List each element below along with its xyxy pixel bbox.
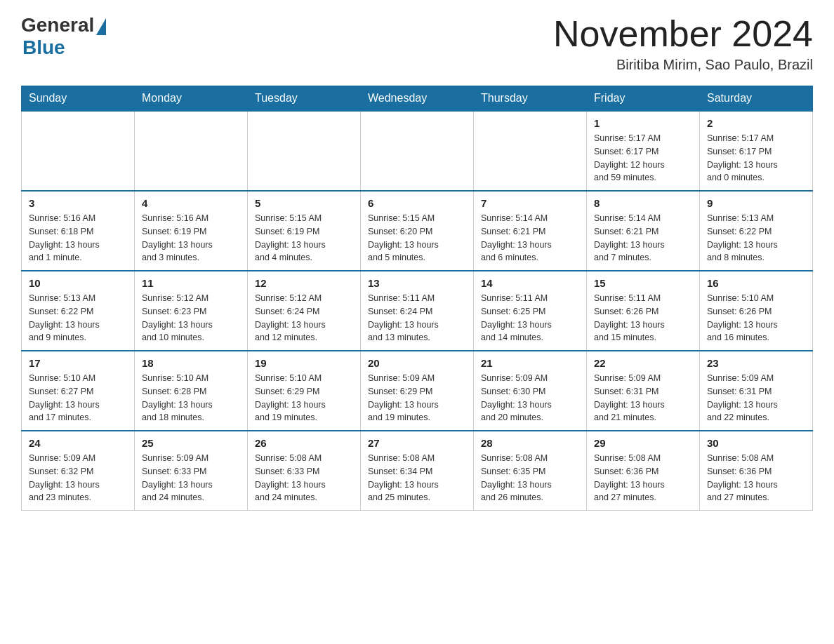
- weekday-header-wednesday: Wednesday: [361, 86, 474, 112]
- day-number: 19: [255, 357, 353, 369]
- day-info: Sunrise: 5:12 AM Sunset: 6:24 PM Dayligh…: [255, 292, 353, 344]
- day-info: Sunrise: 5:16 AM Sunset: 6:18 PM Dayligh…: [29, 212, 127, 264]
- calendar-cell: 2Sunrise: 5:17 AM Sunset: 6:17 PM Daylig…: [700, 111, 813, 191]
- weekday-header-row: SundayMondayTuesdayWednesdayThursdayFrid…: [22, 86, 813, 112]
- day-info: Sunrise: 5:15 AM Sunset: 6:19 PM Dayligh…: [255, 212, 353, 264]
- day-info: Sunrise: 5:08 AM Sunset: 6:35 PM Dayligh…: [481, 452, 579, 504]
- calendar-cell: 15Sunrise: 5:11 AM Sunset: 6:26 PM Dayli…: [587, 271, 700, 351]
- day-info: Sunrise: 5:11 AM Sunset: 6:25 PM Dayligh…: [481, 292, 579, 344]
- calendar-cell: 28Sunrise: 5:08 AM Sunset: 6:35 PM Dayli…: [474, 431, 587, 511]
- day-number: 5: [255, 197, 353, 209]
- calendar-cell: 17Sunrise: 5:10 AM Sunset: 6:27 PM Dayli…: [22, 351, 135, 431]
- calendar-cell: [22, 111, 135, 191]
- day-number: 18: [142, 357, 240, 369]
- day-info: Sunrise: 5:09 AM Sunset: 6:32 PM Dayligh…: [29, 452, 127, 504]
- calendar-cell: 11Sunrise: 5:12 AM Sunset: 6:23 PM Dayli…: [135, 271, 248, 351]
- calendar-cell: 6Sunrise: 5:15 AM Sunset: 6:20 PM Daylig…: [361, 191, 474, 271]
- calendar-cell: 24Sunrise: 5:09 AM Sunset: 6:32 PM Dayli…: [22, 431, 135, 511]
- calendar-cell: 16Sunrise: 5:10 AM Sunset: 6:26 PM Dayli…: [700, 271, 813, 351]
- calendar-cell: 29Sunrise: 5:08 AM Sunset: 6:36 PM Dayli…: [587, 431, 700, 511]
- page-header: General Blue November 2024 Biritiba Miri…: [21, 14, 813, 73]
- weekday-header-monday: Monday: [135, 86, 248, 112]
- day-info: Sunrise: 5:09 AM Sunset: 6:33 PM Dayligh…: [142, 452, 240, 504]
- day-info: Sunrise: 5:09 AM Sunset: 6:29 PM Dayligh…: [368, 372, 466, 424]
- logo: General Blue: [21, 14, 106, 59]
- calendar-week-row: 3Sunrise: 5:16 AM Sunset: 6:18 PM Daylig…: [22, 191, 813, 271]
- weekday-header-thursday: Thursday: [474, 86, 587, 112]
- day-number: 30: [707, 437, 805, 449]
- calendar-cell: 26Sunrise: 5:08 AM Sunset: 6:33 PM Dayli…: [248, 431, 361, 511]
- day-info: Sunrise: 5:08 AM Sunset: 6:36 PM Dayligh…: [707, 452, 805, 504]
- day-info: Sunrise: 5:11 AM Sunset: 6:26 PM Dayligh…: [594, 292, 692, 344]
- day-info: Sunrise: 5:08 AM Sunset: 6:34 PM Dayligh…: [368, 452, 466, 504]
- day-info: Sunrise: 5:11 AM Sunset: 6:24 PM Dayligh…: [368, 292, 466, 344]
- day-info: Sunrise: 5:16 AM Sunset: 6:19 PM Dayligh…: [142, 212, 240, 264]
- day-info: Sunrise: 5:08 AM Sunset: 6:33 PM Dayligh…: [255, 452, 353, 504]
- calendar-cell: 30Sunrise: 5:08 AM Sunset: 6:36 PM Dayli…: [700, 431, 813, 511]
- day-number: 26: [255, 437, 353, 449]
- calendar-week-row: 24Sunrise: 5:09 AM Sunset: 6:32 PM Dayli…: [22, 431, 813, 511]
- weekday-header-saturday: Saturday: [700, 86, 813, 112]
- calendar-table: SundayMondayTuesdayWednesdayThursdayFrid…: [21, 86, 813, 511]
- month-title: November 2024: [553, 14, 813, 54]
- calendar-cell: 8Sunrise: 5:14 AM Sunset: 6:21 PM Daylig…: [587, 191, 700, 271]
- day-info: Sunrise: 5:08 AM Sunset: 6:36 PM Dayligh…: [594, 452, 692, 504]
- calendar-week-row: 17Sunrise: 5:10 AM Sunset: 6:27 PM Dayli…: [22, 351, 813, 431]
- day-info: Sunrise: 5:13 AM Sunset: 6:22 PM Dayligh…: [29, 292, 127, 344]
- day-number: 23: [707, 357, 805, 369]
- day-number: 2: [707, 117, 805, 129]
- day-info: Sunrise: 5:17 AM Sunset: 6:17 PM Dayligh…: [594, 132, 692, 185]
- day-number: 13: [368, 277, 466, 289]
- calendar-cell: 25Sunrise: 5:09 AM Sunset: 6:33 PM Dayli…: [135, 431, 248, 511]
- day-number: 15: [594, 277, 692, 289]
- day-info: Sunrise: 5:09 AM Sunset: 6:31 PM Dayligh…: [707, 372, 805, 424]
- day-info: Sunrise: 5:09 AM Sunset: 6:31 PM Dayligh…: [594, 372, 692, 424]
- day-number: 21: [481, 357, 579, 369]
- calendar-cell: [474, 111, 587, 191]
- weekday-header-sunday: Sunday: [22, 86, 135, 112]
- weekday-header-friday: Friday: [587, 86, 700, 112]
- calendar-cell: 7Sunrise: 5:14 AM Sunset: 6:21 PM Daylig…: [474, 191, 587, 271]
- calendar-cell: 1Sunrise: 5:17 AM Sunset: 6:17 PM Daylig…: [587, 111, 700, 191]
- logo-container: General Blue: [21, 14, 106, 59]
- day-info: Sunrise: 5:10 AM Sunset: 6:26 PM Dayligh…: [707, 292, 805, 344]
- logo-blue-text: Blue: [22, 36, 65, 58]
- calendar-cell: 22Sunrise: 5:09 AM Sunset: 6:31 PM Dayli…: [587, 351, 700, 431]
- day-number: 16: [707, 277, 805, 289]
- day-number: 1: [594, 117, 692, 129]
- day-number: 4: [142, 197, 240, 209]
- calendar-cell: 23Sunrise: 5:09 AM Sunset: 6:31 PM Dayli…: [700, 351, 813, 431]
- calendar-cell: 13Sunrise: 5:11 AM Sunset: 6:24 PM Dayli…: [361, 271, 474, 351]
- calendar-week-row: 10Sunrise: 5:13 AM Sunset: 6:22 PM Dayli…: [22, 271, 813, 351]
- day-number: 28: [481, 437, 579, 449]
- day-number: 24: [29, 437, 127, 449]
- day-number: 9: [707, 197, 805, 209]
- calendar-cell: 5Sunrise: 5:15 AM Sunset: 6:19 PM Daylig…: [248, 191, 361, 271]
- day-info: Sunrise: 5:10 AM Sunset: 6:28 PM Dayligh…: [142, 372, 240, 424]
- logo-arrow-icon: [96, 18, 106, 35]
- day-info: Sunrise: 5:10 AM Sunset: 6:27 PM Dayligh…: [29, 372, 127, 424]
- day-number: 20: [368, 357, 466, 369]
- day-number: 3: [29, 197, 127, 209]
- day-number: 11: [142, 277, 240, 289]
- calendar-cell: 12Sunrise: 5:12 AM Sunset: 6:24 PM Dayli…: [248, 271, 361, 351]
- calendar-cell: 14Sunrise: 5:11 AM Sunset: 6:25 PM Dayli…: [474, 271, 587, 351]
- logo-general-text: General: [21, 14, 94, 36]
- calendar-cell: 10Sunrise: 5:13 AM Sunset: 6:22 PM Dayli…: [22, 271, 135, 351]
- day-number: 8: [594, 197, 692, 209]
- day-number: 22: [594, 357, 692, 369]
- calendar-cell: [248, 111, 361, 191]
- day-info: Sunrise: 5:14 AM Sunset: 6:21 PM Dayligh…: [594, 212, 692, 264]
- day-number: 10: [29, 277, 127, 289]
- calendar-cell: 18Sunrise: 5:10 AM Sunset: 6:28 PM Dayli…: [135, 351, 248, 431]
- calendar-cell: 3Sunrise: 5:16 AM Sunset: 6:18 PM Daylig…: [22, 191, 135, 271]
- day-number: 7: [481, 197, 579, 209]
- calendar-cell: 4Sunrise: 5:16 AM Sunset: 6:19 PM Daylig…: [135, 191, 248, 271]
- location: Biritiba Mirim, Sao Paulo, Brazil: [553, 57, 813, 73]
- day-info: Sunrise: 5:17 AM Sunset: 6:17 PM Dayligh…: [707, 132, 805, 185]
- day-info: Sunrise: 5:13 AM Sunset: 6:22 PM Dayligh…: [707, 212, 805, 264]
- day-info: Sunrise: 5:09 AM Sunset: 6:30 PM Dayligh…: [481, 372, 579, 424]
- day-number: 17: [29, 357, 127, 369]
- day-number: 14: [481, 277, 579, 289]
- day-info: Sunrise: 5:14 AM Sunset: 6:21 PM Dayligh…: [481, 212, 579, 264]
